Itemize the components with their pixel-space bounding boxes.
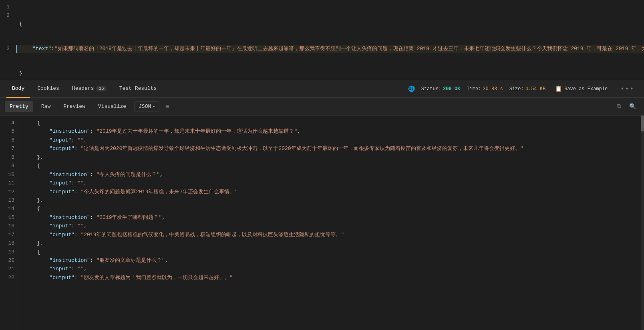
tab-body[interactable]: Body: [6, 80, 30, 98]
response-line: "input": "",: [18, 136, 644, 144]
tab-headers[interactable]: Headers 15: [66, 80, 112, 98]
search-button[interactable]: 🔍: [626, 101, 639, 111]
filter-icon-btn[interactable]: ≡: [163, 102, 172, 111]
response-line: "input": "",: [18, 179, 644, 187]
search-icon: 🔍: [629, 103, 636, 110]
tab-headers-label: Headers: [72, 85, 94, 91]
response-line: "output": "这话是因为2020年新冠疫情的爆发导致全球经济和生活生态遭…: [18, 144, 644, 153]
fmt-raw-label: Raw: [41, 103, 50, 109]
code-line-1: {: [16, 20, 644, 28]
response-line: "output": "令人头疼的问题是就算2019年糟糕，未来7年还会发生什么事…: [18, 188, 644, 196]
response-line: "instruction": "2019年是过去十年最坏的一年，却是未来十年最好…: [18, 127, 644, 136]
size-value: 4.54 KB: [525, 86, 545, 92]
tab-cookies[interactable]: Cookies: [32, 80, 65, 98]
code-line-3: }: [16, 70, 644, 78]
fmt-tab-visualize[interactable]: Visualize: [93, 101, 131, 112]
response-line: },: [18, 153, 644, 162]
globe-icon: 🌐: [408, 85, 415, 92]
scrollbar-thumb[interactable]: [641, 115, 644, 132]
copy-button[interactable]: ⧉: [614, 101, 624, 111]
more-icon: •••: [620, 85, 634, 93]
format-dropdown-label: JSON: [139, 103, 151, 109]
editor-line-numbers: 1 2 3: [0, 0, 16, 80]
response-line: "input": "",: [18, 222, 644, 230]
response-body[interactable]: 45678910111213141516171819202122 { "inst…: [0, 115, 644, 330]
scrollbar-track[interactable]: [641, 115, 644, 330]
response-line: "output": "朋友发的文章标题为「我们差点就以为，一切只会越来越好」。": [18, 273, 644, 282]
fmt-pretty-label: Pretty: [10, 103, 28, 109]
save-example-label: Save as Example: [564, 86, 608, 92]
size-item: Size: 4.54 KB: [509, 86, 545, 92]
tab-test-results-label: Test Results: [119, 85, 157, 91]
editor-content[interactable]: { "text":"如果那句著名的「2019年是过去十年最坏的一年，却是未来十年…: [16, 0, 644, 80]
response-line-numbers: 45678910111213141516171819202122: [0, 115, 18, 330]
response-tabs: Body Cookies Headers 15 Test Results: [6, 80, 408, 98]
response-status: 🌐 Status: 200 OK Time: 30.83 s Size: 4.5…: [408, 84, 638, 94]
response-line: },: [18, 196, 644, 204]
response-line: "output": "2019年的问题包括糟糕的气候变化，中美贸易战，极端组织的…: [18, 231, 644, 239]
filter-icon: ≡: [166, 103, 169, 110]
fmt-preview-label: Preview: [63, 103, 85, 109]
tab-test-results[interactable]: Test Results: [114, 80, 163, 98]
tab-body-label: Body: [12, 85, 24, 91]
save-icon: 📋: [555, 85, 562, 92]
time-value: 30.83 s: [483, 86, 503, 92]
response-line: "instruction": "朋友发的文章标题是什么？",: [18, 256, 644, 265]
response-code: 45678910111213141516171819202122 { "inst…: [0, 115, 644, 330]
status-code: 200 OK: [443, 86, 460, 92]
response-line: "input": "",: [18, 265, 644, 273]
response-line: },: [18, 239, 644, 247]
response-line: {: [18, 248, 644, 256]
more-options-button[interactable]: •••: [617, 84, 638, 94]
toolbar-right: ⧉ 🔍: [614, 101, 639, 111]
response-line: {: [18, 204, 644, 213]
headers-badge: 15: [96, 86, 106, 91]
copy-icon: ⧉: [617, 103, 621, 109]
response-line: "instruction": "2019年发生了哪些问题？",: [18, 213, 644, 222]
time-item: Time: 30.83 s: [467, 86, 503, 92]
status-label: Status:: [421, 86, 441, 92]
fmt-tab-pretty[interactable]: Pretty: [5, 101, 33, 112]
tab-cookies-label: Cookies: [37, 85, 59, 91]
response-code-content: { "instruction": "2019年是过去十年最坏的一年，却是未来十年…: [18, 115, 644, 330]
format-toolbar: Pretty Raw Preview Visualize JSON ▾ ≡ ⧉ …: [0, 98, 644, 115]
response-line: {: [18, 162, 644, 170]
fmt-tab-preview[interactable]: Preview: [58, 101, 90, 112]
time-label: Time:: [467, 86, 481, 92]
fmt-visualize-label: Visualize: [98, 103, 126, 109]
response-line: {: [18, 119, 644, 127]
save-as-example-button[interactable]: 📋 Save as Example: [552, 84, 611, 94]
fmt-tab-raw[interactable]: Raw: [36, 101, 55, 112]
format-dropdown[interactable]: JSON ▾: [134, 101, 159, 111]
status-item: Status: 200 OK: [421, 86, 461, 92]
response-line: "instruction": "令人头疼的问题是什么？",: [18, 170, 644, 179]
size-label: Size:: [509, 86, 524, 92]
chevron-down-icon: ▾: [153, 104, 155, 109]
response-header: Body Cookies Headers 15 Test Results 🌐 S…: [0, 80, 644, 98]
request-body-editor: 1 2 3 { "text":"如果那句著名的「2019年是过去十年最坏的一年，…: [0, 0, 644, 80]
code-line-2: "text":"如果那句著名的「2019年是过去十年最坏的一年，却是未来十年最好…: [16, 45, 644, 53]
